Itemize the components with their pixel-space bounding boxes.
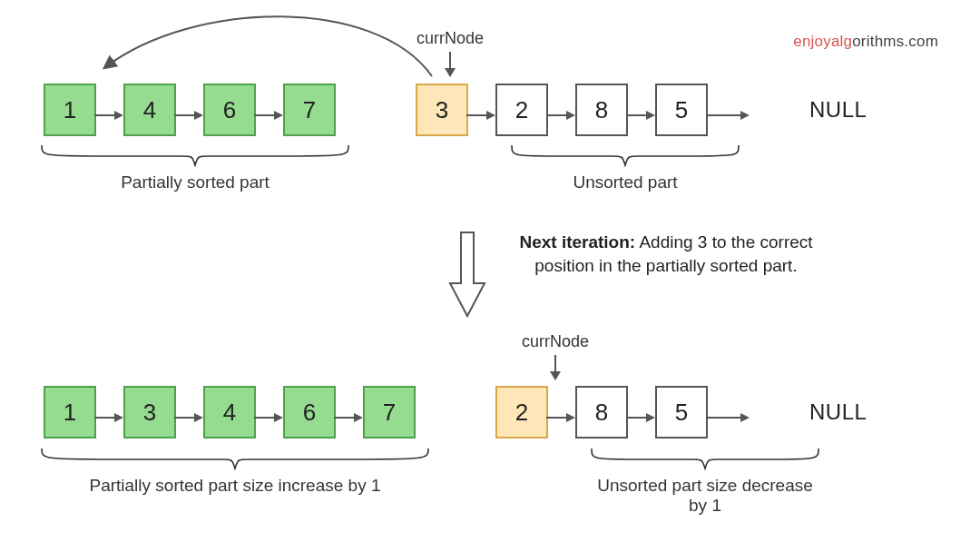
list-node: 7 <box>283 84 336 136</box>
link-arrow-icon <box>254 102 283 118</box>
down-arrow-icon <box>439 50 461 79</box>
list-node: 6 <box>203 84 256 136</box>
currnode-pointer-1: currNode <box>414 29 486 79</box>
link-arrow-icon <box>94 404 123 420</box>
brace-caption: Unsorted part <box>510 172 740 192</box>
brace-unsorted-1: Unsorted part <box>510 143 740 192</box>
list-node: 6 <box>283 386 336 439</box>
node-value: 6 <box>223 96 236 124</box>
brand-accent: enjoyalg <box>793 33 852 50</box>
list-node: 4 <box>123 84 176 136</box>
node-value: 7 <box>303 96 316 124</box>
currnode-pointer-2: currNode <box>519 332 592 382</box>
list-node: 8 <box>575 84 628 136</box>
node-value: 5 <box>675 399 688 427</box>
link-arrow-icon <box>334 404 363 420</box>
insertion-arc-arrow <box>94 9 457 87</box>
node-value: 3 <box>143 399 156 427</box>
node-value: 7 <box>383 399 396 427</box>
link-arrow-icon <box>466 102 495 118</box>
link-arrow-icon <box>546 102 575 118</box>
list-node: 5 <box>655 386 708 439</box>
brace-unsorted-2: Unsorted part size decrease by 1 <box>590 447 820 516</box>
node-value: 8 <box>595 399 608 427</box>
linked-list-row-2: 1 3 4 6 7 2 8 5 NULL <box>44 386 980 439</box>
list-node: 2 <box>495 84 548 136</box>
down-arrow-icon <box>544 353 566 382</box>
node-value: 4 <box>143 96 156 124</box>
list-node-curr: 2 <box>495 386 548 439</box>
section-gap <box>443 408 468 417</box>
link-arrow-icon <box>254 404 283 420</box>
node-value: 3 <box>436 96 448 124</box>
node-value: 1 <box>64 399 76 427</box>
link-arrow-icon <box>174 102 203 118</box>
link-arrow-icon <box>94 102 123 118</box>
link-arrow-icon <box>626 102 655 118</box>
brace-caption: Partially sorted part <box>40 172 350 192</box>
node-value: 2 <box>515 399 528 427</box>
brace-caption: Unsorted part size decrease by 1 <box>590 476 820 516</box>
currnode-label-1: currNode <box>414 29 486 48</box>
link-arrow-icon <box>546 404 575 420</box>
list-node: 1 <box>44 84 96 136</box>
list-node: 7 <box>363 386 416 439</box>
linked-list-row-1: 1 4 6 7 3 2 8 5 NULL <box>44 84 980 136</box>
list-node: 8 <box>575 386 628 439</box>
iteration-block: Next iteration: Adding 3 to the correct … <box>448 231 831 320</box>
list-node-curr: 3 <box>416 84 468 136</box>
brace-sorted-2: Partially sorted part size increase by 1 <box>40 447 430 496</box>
down-block-arrow-icon <box>448 231 486 320</box>
link-arrow-icon <box>706 404 750 420</box>
link-arrow-icon <box>626 404 655 420</box>
null-terminator: NULL <box>809 97 867 123</box>
iteration-bold: Next iteration: <box>519 232 635 251</box>
brace-caption: Partially sorted part size increase by 1 <box>40 476 430 496</box>
node-value: 5 <box>675 96 688 124</box>
list-node: 3 <box>123 386 176 439</box>
brand-rest: orithms.com <box>852 33 938 50</box>
list-node: 5 <box>655 84 708 136</box>
list-node: 4 <box>203 386 256 439</box>
null-terminator: NULL <box>809 399 867 425</box>
link-arrow-icon <box>706 102 750 118</box>
node-value: 1 <box>64 96 76 124</box>
node-value: 2 <box>515 96 528 124</box>
currnode-label-2: currNode <box>519 332 592 351</box>
brand-label: enjoyalgorithms.com <box>793 33 938 51</box>
iteration-text: Next iteration: Adding 3 to the correct … <box>501 231 831 277</box>
node-value: 4 <box>223 399 236 427</box>
node-value: 6 <box>303 399 316 427</box>
list-node: 1 <box>44 386 96 439</box>
section-gap <box>363 105 388 114</box>
link-arrow-icon <box>174 404 203 420</box>
brace-sorted-1: Partially sorted part <box>40 143 350 192</box>
node-value: 8 <box>595 96 608 124</box>
